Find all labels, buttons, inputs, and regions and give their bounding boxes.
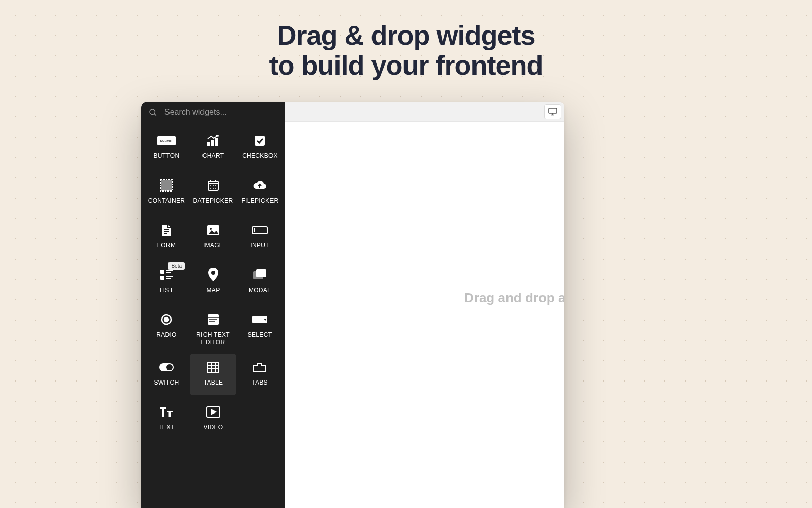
chart-icon (207, 132, 220, 149)
desktop-preview-button[interactable] (544, 104, 561, 119)
widget-input[interactable]: INPUT (236, 216, 283, 258)
widget-chart[interactable]: CHART (190, 127, 236, 169)
widget-label: FILEPICKER (241, 197, 278, 205)
tabs-icon (253, 359, 266, 376)
widget-label: MAP (207, 287, 220, 294)
widget-label: RADIO (156, 331, 177, 339)
table-icon (207, 359, 219, 376)
widget-video[interactable]: VIDEO (190, 398, 236, 440)
svg-point-42 (166, 364, 173, 370)
page-headline: Drag & drop widgets to build your fronte… (0, 20, 812, 81)
calendar-icon (207, 177, 219, 194)
svg-rect-24 (160, 270, 164, 274)
canvas-hint-text: Drag and drop a w (464, 290, 564, 306)
canvas-column: Drag and drop a w (285, 102, 564, 508)
submit-pill-text: SUBMIT (157, 136, 176, 145)
svg-rect-26 (166, 272, 171, 273)
svg-rect-28 (166, 276, 173, 277)
checkbox-icon (254, 132, 266, 149)
widget-checkbox[interactable]: CHECKBOX (236, 127, 283, 169)
svg-point-11 (210, 185, 211, 186)
search-icon (148, 108, 157, 117)
widget-modal[interactable]: MODAL (236, 261, 283, 303)
canvas-area[interactable]: Drag and drop a w (285, 122, 564, 508)
widget-select[interactable]: SELECT (236, 306, 283, 351)
input-icon (252, 221, 268, 239)
svg-point-30 (211, 271, 215, 275)
widget-label: TEXT (158, 424, 175, 431)
container-icon (160, 177, 173, 194)
widget-label: TABS (252, 379, 268, 387)
form-icon (161, 221, 172, 239)
svg-point-13 (215, 185, 216, 186)
widget-container[interactable]: CONTAINER (143, 172, 190, 213)
widget-form[interactable]: FORM (143, 216, 190, 258)
rich-text-icon (207, 311, 219, 328)
widget-switch[interactable]: SWITCH (143, 354, 190, 395)
select-icon (252, 311, 268, 328)
svg-point-34 (164, 318, 168, 322)
widget-rich-text-editor[interactable]: RICH TEXT EDITOR (190, 306, 236, 351)
switch-icon (159, 359, 174, 376)
svg-rect-29 (166, 278, 171, 279)
svg-point-15 (213, 188, 214, 189)
svg-rect-5 (255, 136, 265, 146)
widget-label: RICH TEXT EDITOR (192, 331, 234, 346)
widget-label: CHECKBOX (242, 152, 278, 160)
widget-sidebar: SUBMIT BUTTON CHART (141, 102, 285, 508)
cloud-upload-icon (253, 177, 267, 194)
widget-radio[interactable]: RADIO (143, 306, 190, 351)
widget-tabs[interactable]: TABS (236, 354, 283, 395)
svg-rect-25 (166, 270, 173, 271)
svg-rect-6 (161, 180, 172, 191)
widget-label: FORM (157, 242, 176, 249)
widget-text[interactable]: TEXT (143, 398, 190, 440)
widget-table[interactable]: TABLE (190, 354, 236, 395)
text-icon (159, 403, 174, 421)
widget-label: VIDEO (204, 424, 223, 431)
map-pin-icon (208, 266, 219, 283)
svg-point-0 (150, 109, 155, 115)
svg-rect-27 (160, 276, 164, 280)
widget-datepicker[interactable]: DATEPICKER (190, 172, 236, 213)
svg-rect-49 (549, 108, 557, 113)
widget-label: IMAGE (203, 242, 223, 249)
widget-label: TABLE (204, 379, 223, 387)
svg-rect-4 (215, 138, 218, 146)
radio-icon (160, 311, 173, 328)
monitor-icon (548, 108, 557, 116)
svg-rect-3 (211, 140, 214, 146)
widget-image[interactable]: IMAGE (190, 216, 236, 258)
headline-line-2: to build your frontend (0, 50, 812, 80)
search-input[interactable] (164, 108, 278, 117)
widget-label: SELECT (248, 331, 272, 339)
widget-label: DATEPICKER (193, 197, 233, 205)
widget-empty-slot (236, 398, 283, 440)
headline-line-1: Drag & drop widgets (0, 20, 812, 50)
modal-icon (253, 266, 267, 283)
widget-label: CHART (202, 152, 224, 160)
search-bar (141, 102, 285, 123)
image-icon (207, 221, 220, 239)
widget-filepicker[interactable]: FILEPICKER (236, 172, 283, 213)
beta-badge: Beta (168, 262, 185, 270)
svg-point-16 (215, 188, 216, 189)
canvas-toolbar (285, 102, 564, 122)
widget-map[interactable]: MAP (190, 261, 236, 303)
svg-point-14 (210, 188, 211, 189)
svg-rect-2 (207, 142, 210, 146)
widget-label: BUTTON (154, 152, 180, 160)
widget-label: CONTAINER (148, 197, 185, 205)
svg-point-21 (210, 228, 212, 230)
widget-grid: SUBMIT BUTTON CHART (141, 123, 285, 440)
widget-list[interactable]: Beta LIST (143, 261, 190, 303)
widget-button[interactable]: SUBMIT BUTTON (143, 127, 190, 169)
svg-line-1 (154, 114, 156, 115)
svg-point-12 (213, 185, 214, 186)
widget-label: SWITCH (154, 379, 179, 387)
editor-window: SUBMIT BUTTON CHART (141, 102, 564, 508)
widget-label: INPUT (250, 242, 269, 249)
svg-rect-32 (256, 269, 266, 277)
svg-rect-43 (208, 362, 219, 372)
widget-label: MODAL (249, 287, 271, 294)
